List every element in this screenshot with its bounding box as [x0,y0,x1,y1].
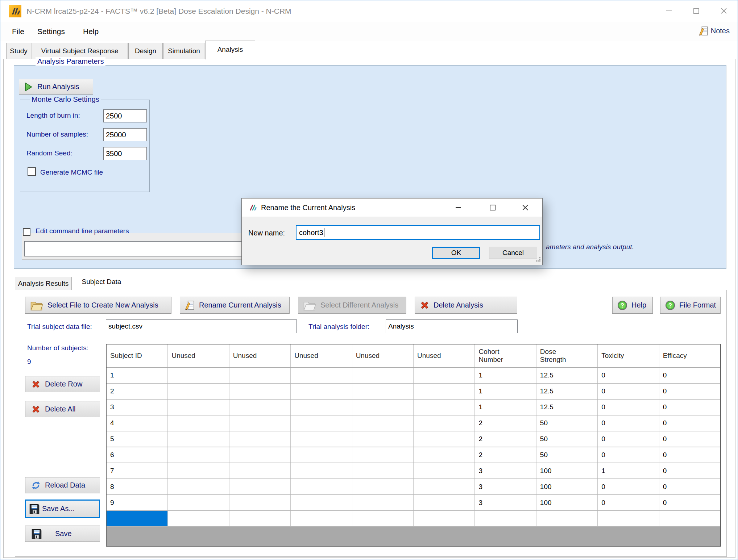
table-cell[interactable] [229,463,291,478]
table-cell[interactable]: 0 [659,495,720,510]
resize-grip[interactable] [536,257,541,263]
table-cell[interactable]: 0 [598,479,659,494]
table-cell[interactable]: 1 [475,400,536,415]
file-format-button[interactable]: ? File Format [660,297,721,314]
table-cell[interactable] [291,431,352,447]
generate-mcmc-checkbox[interactable] [28,167,36,176]
table-cell[interactable] [352,400,414,415]
table-cell[interactable] [414,463,475,478]
table-cell[interactable]: 7 [107,463,168,478]
table-cell[interactable] [598,511,659,526]
save-as-button[interactable]: Save As... [25,500,100,518]
column-header[interactable]: Toxicity [598,344,659,367]
table-cell[interactable]: 0 [659,400,720,415]
table-cell[interactable] [229,495,291,510]
burn-in-input[interactable]: 2500 [103,109,147,122]
table-cell[interactable] [352,479,414,494]
table-cell[interactable] [352,495,414,510]
table-cell[interactable] [168,511,229,526]
table-cell[interactable]: 12.5 [536,368,598,383]
menu-settings[interactable]: Settings [35,22,67,41]
menu-help[interactable]: Help [81,22,101,41]
table-cell[interactable] [168,431,229,447]
table-cell[interactable]: 100 [536,463,598,478]
table-cell[interactable]: 0 [659,463,720,478]
table-cell[interactable] [168,463,229,478]
table-cell[interactable] [168,479,229,494]
table-cell[interactable]: 0 [659,431,720,447]
table-cell[interactable] [414,495,475,510]
dialog-minimize-button[interactable] [447,198,469,217]
table-cell[interactable] [291,368,352,383]
table-cell[interactable] [352,431,414,447]
select-file-new-analysis-button[interactable]: Select File to Create New Analysis [25,297,171,314]
samples-input[interactable]: 25000 [103,128,147,141]
table-cell[interactable] [352,447,414,463]
table-cell[interactable] [291,479,352,494]
column-header[interactable]: Dose Strength [536,344,598,367]
seed-input[interactable]: 3500 [103,147,147,160]
table-cell[interactable] [168,495,229,510]
maximize-button[interactable] [683,0,710,21]
minimize-button[interactable] [655,0,683,21]
menu-file[interactable]: File [10,22,26,41]
table-cell[interactable]: 0 [659,368,720,383]
table-cell[interactable] [229,479,291,494]
table-cell[interactable]: 8 [107,479,168,494]
table-cell[interactable]: 3 [475,463,536,478]
edit-cmdline-checkbox[interactable] [23,228,30,236]
table-cell[interactable] [352,463,414,478]
table-cell[interactable] [352,415,414,431]
ok-button[interactable]: OK [432,247,480,259]
table-cell[interactable] [291,463,352,478]
table-empty-area[interactable] [107,527,720,546]
table-cell[interactable] [475,511,536,526]
table-cell[interactable]: 0 [598,447,659,463]
table-cell[interactable]: 0 [598,400,659,415]
delete-analysis-button[interactable]: Delete Analysis [415,297,517,314]
reload-data-button[interactable]: Reload Data [25,477,100,493]
table-cell[interactable] [352,368,414,383]
table-cell[interactable] [291,447,352,463]
table-cell[interactable] [414,384,475,399]
table-cell[interactable]: 12.5 [536,400,598,415]
table-cell[interactable]: 5 [107,431,168,447]
table-cell[interactable] [414,479,475,494]
run-analysis-button[interactable]: Run Analysis [19,79,93,95]
table-cell[interactable]: 1 [107,368,168,383]
table-cell[interactable] [414,415,475,431]
table-cell[interactable]: 50 [536,431,598,447]
rename-current-analysis-button[interactable]: Rename Current Analysis [180,297,290,314]
table-cell[interactable] [229,400,291,415]
table-cell[interactable]: 50 [536,415,598,431]
table-cell[interactable] [414,400,475,415]
tab-study[interactable]: Study [6,43,31,59]
column-header[interactable]: Subject ID [107,344,168,367]
table-cell[interactable] [659,511,720,526]
help-button[interactable]: ? Help [612,297,653,314]
table-cell[interactable] [168,368,229,383]
table-cell[interactable] [414,447,475,463]
column-header[interactable]: Unused [229,344,291,367]
new-name-input[interactable]: cohort3 [296,225,540,240]
table-cell[interactable]: 0 [598,415,659,431]
table-cell[interactable]: 1 [598,463,659,478]
tab-simulation[interactable]: Simulation [163,43,204,59]
table-cell[interactable]: 12.5 [536,384,598,399]
table-cell[interactable]: 2 [475,431,536,447]
table-cell[interactable] [352,384,414,399]
table-cell[interactable] [229,368,291,383]
table-cell[interactable]: 50 [536,447,598,463]
table-cell[interactable] [414,431,475,447]
table-cell[interactable] [291,384,352,399]
dialog-close-button[interactable] [514,198,536,217]
tab-design[interactable]: Design [128,43,163,59]
table-cell[interactable]: 3 [475,495,536,510]
table-cell[interactable]: 4 [107,415,168,431]
column-header[interactable]: Unused [291,344,352,367]
notes-button[interactable]: Notes [699,26,730,36]
table-cell[interactable]: 2 [475,415,536,431]
table-cell[interactable]: 0 [659,415,720,431]
table-cell[interactable]: 0 [659,479,720,494]
table-cell[interactable]: 1 [475,368,536,383]
